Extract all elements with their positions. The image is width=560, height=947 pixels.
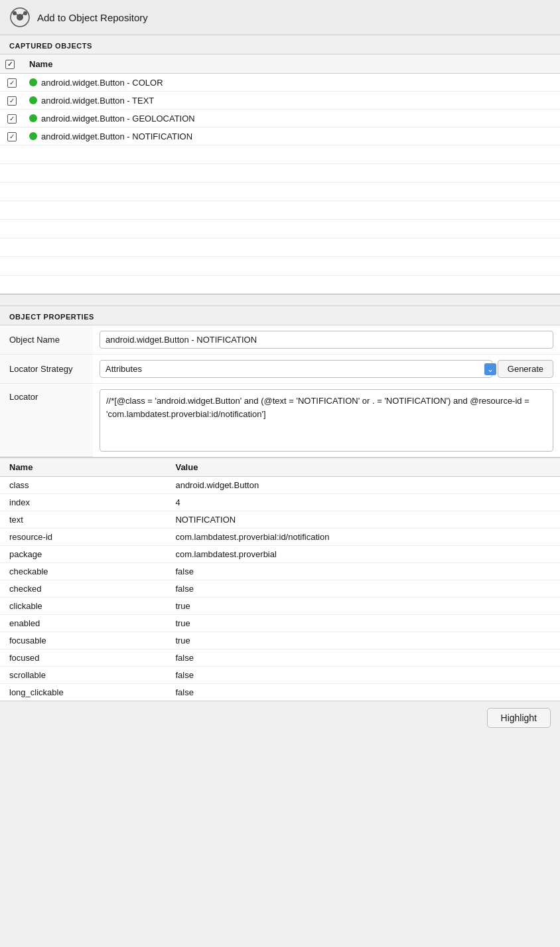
object-name-input[interactable] <box>100 331 553 349</box>
attr-name: long_clickable <box>0 684 166 701</box>
select-all-checkbox[interactable] <box>5 60 15 69</box>
attr-name: package <box>0 546 166 563</box>
empty-row <box>0 257 560 276</box>
attr-name: index <box>0 494 166 511</box>
dialog-footer: Highlight <box>0 701 560 734</box>
svg-line-5 <box>22 14 23 16</box>
svg-point-2 <box>13 11 17 15</box>
repository-icon <box>9 7 31 28</box>
object-properties-label: OBJECT PROPERTIES <box>0 306 560 325</box>
attr-row: checkable false <box>0 563 560 580</box>
attr-row: focused false <box>0 649 560 667</box>
empty-row <box>0 164 560 183</box>
attr-value: false <box>166 684 560 701</box>
section-divider <box>0 294 560 306</box>
attr-name: focusable <box>0 632 166 649</box>
svg-line-4 <box>17 14 18 16</box>
empty-row <box>0 201 560 220</box>
empty-row <box>0 183 560 201</box>
attr-value: android.widget.Button <box>166 477 560 494</box>
row-name: android.widget.Button - TEXT <box>41 96 154 106</box>
attr-name: class <box>0 477 166 494</box>
attr-name: checkable <box>0 563 166 580</box>
attr-row: class android.widget.Button <box>0 477 560 494</box>
attr-row: enabled true <box>0 615 560 632</box>
attr-name: text <box>0 511 166 529</box>
row-checkbox[interactable] <box>7 114 17 124</box>
attr-value-header: Value <box>166 458 560 477</box>
object-name-field-container <box>93 325 560 355</box>
table-row: android.widget.Button - TEXT <box>0 92 560 110</box>
attr-value: false <box>166 580 560 598</box>
locator-value-container: //*[@class = 'android.widget.Button' and… <box>93 384 560 457</box>
attr-name: scrollable <box>0 667 166 684</box>
attr-row: focusable true <box>0 632 560 649</box>
table-row: android.widget.Button - GEOLOCATION <box>0 110 560 128</box>
attr-value: true <box>166 615 560 632</box>
attr-name: checked <box>0 580 166 598</box>
row-checkbox[interactable] <box>7 132 17 141</box>
dialog-title: Add to Object Repository <box>37 12 148 23</box>
attr-row: index 4 <box>0 494 560 511</box>
attr-value: false <box>166 563 560 580</box>
svg-point-3 <box>23 11 27 15</box>
empty-row <box>0 276 560 294</box>
status-dot <box>29 78 37 86</box>
locator-strategy-container: Attributes XPath ID Text Generate <box>93 355 560 384</box>
table-row: android.widget.Button - COLOR <box>0 74 560 92</box>
attr-row: long_clickable false <box>0 684 560 701</box>
status-dot <box>29 96 37 104</box>
locator-strategy-select[interactable]: Attributes XPath ID Text <box>100 360 492 378</box>
attr-row: package com.lambdatest.proverbial <box>0 546 560 563</box>
attr-name: enabled <box>0 615 166 632</box>
attr-value: com.lambdatest.proverbial <box>166 546 560 563</box>
attr-value: com.lambdatest.proverbial:id/notificatio… <box>166 529 560 546</box>
attributes-table: Name Value class android.widget.Button i… <box>0 458 560 701</box>
status-dot <box>29 114 37 122</box>
generate-button[interactable]: Generate <box>498 360 553 378</box>
attr-name: focused <box>0 649 166 667</box>
row-name: android.widget.Button - NOTIFICATION <box>41 131 192 141</box>
empty-row <box>0 220 560 238</box>
attr-value: true <box>166 632 560 649</box>
captured-objects-label: CAPTURED OBJECTS <box>0 35 560 54</box>
properties-grid: Object Name Locator Strategy Attributes … <box>0 325 560 458</box>
attr-name: clickable <box>0 598 166 615</box>
captured-objects-table: Name android.widget.Button - COLOR andro… <box>0 54 560 294</box>
attr-name-header: Name <box>0 458 166 477</box>
locator-textarea[interactable]: //*[@class = 'android.widget.Button' and… <box>100 389 553 452</box>
attr-row: scrollable false <box>0 667 560 684</box>
attr-row: checked false <box>0 580 560 598</box>
attr-value: false <box>166 667 560 684</box>
attr-value: 4 <box>166 494 560 511</box>
row-name: android.widget.Button - GEOLOCATION <box>41 114 195 124</box>
row-checkbox[interactable] <box>7 96 17 106</box>
highlight-button[interactable]: Highlight <box>487 708 551 728</box>
row-name: android.widget.Button - COLOR <box>41 78 163 88</box>
status-dot <box>29 132 37 140</box>
attr-value: true <box>166 598 560 615</box>
object-name-label: Object Name <box>0 325 93 355</box>
attr-name: resource-id <box>0 529 166 546</box>
dialog-header: Add to Object Repository <box>0 0 560 35</box>
attr-row: clickable true <box>0 598 560 615</box>
attr-row: resource-id com.lambdatest.proverbial:id… <box>0 529 560 546</box>
table-row: android.widget.Button - NOTIFICATION <box>0 128 560 145</box>
locator-label: Locator <box>0 384 93 457</box>
attr-value: NOTIFICATION <box>166 511 560 529</box>
empty-row <box>0 238 560 257</box>
row-checkbox[interactable] <box>7 78 17 88</box>
name-column-header: Name <box>24 54 560 74</box>
empty-row <box>0 145 560 164</box>
attr-row: text NOTIFICATION <box>0 511 560 529</box>
locator-strategy-label: Locator Strategy <box>0 355 93 384</box>
attr-value: false <box>166 649 560 667</box>
